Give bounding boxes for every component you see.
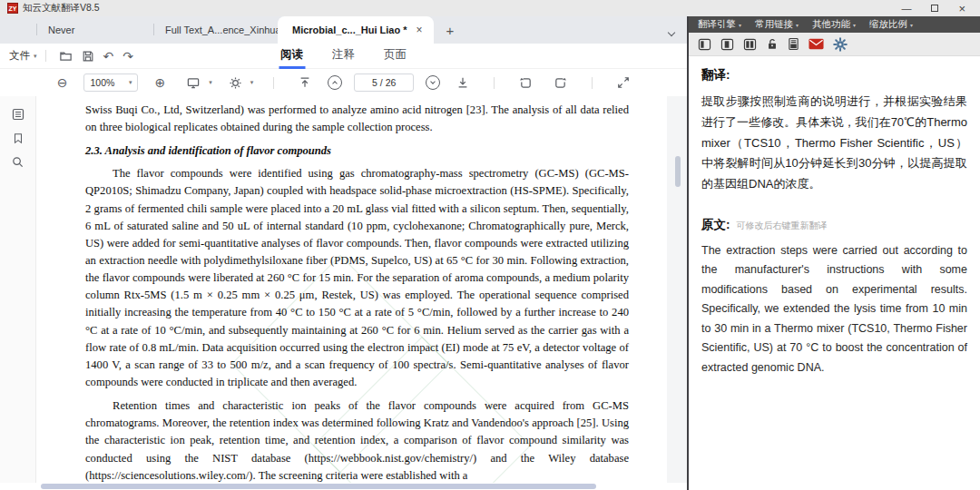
tab-microbial-active[interactable]: Microbial_c..._Hui Liao * × (278, 16, 434, 44)
maximize-button[interactable] (931, 5, 938, 12)
caret-down-icon: ▾ (853, 22, 856, 28)
go-to-top-icon[interactable] (299, 76, 311, 89)
page-toolbar: ⊖ 100% ▾ ⊕ ▾ (0, 69, 687, 96)
search-icon[interactable] (11, 155, 24, 169)
original-header: 原文: 可修改后右键重新翻译 (701, 217, 967, 233)
translation-text[interactable]: 提取步骤按照制造商的说明进行，并根据实验结果进行了一些修改。具体来说，我们在70… (701, 92, 967, 195)
file-menu-label: 文件 (9, 49, 30, 63)
window-controls: — × (901, 3, 973, 15)
unlock-icon[interactable] (766, 37, 779, 51)
rotate-right-icon[interactable] (554, 76, 567, 90)
translation-label: 翻译: (701, 67, 967, 83)
display-mode-icon[interactable] (186, 76, 201, 90)
mail-icon[interactable] (808, 38, 824, 50)
redo-icon[interactable]: ↷ (122, 50, 133, 63)
menu-label: 翻译引擎 (698, 18, 736, 31)
new-tab-button[interactable]: + (434, 16, 467, 44)
main-toolbar: 文件 ▾ ↶ ↷ 阅读 注释 (0, 44, 687, 69)
page-number-input[interactable]: 5 / 26 (354, 74, 414, 92)
undo-icon[interactable]: ↶ (103, 50, 114, 63)
pdf-viewer-pane: Never Full Text_A...ence_Xinhua Microbia… (0, 16, 687, 490)
save-icon[interactable] (82, 50, 94, 63)
title-bar: ZY 知云文献翻译V8.5 — × (0, 0, 980, 16)
brightness-icon[interactable] (229, 76, 242, 90)
menu-common-links[interactable]: 常用链接 ▾ (755, 18, 799, 31)
bookmark-panel-icon[interactable] (12, 132, 24, 145)
page-layout-icon[interactable] (788, 37, 799, 51)
tab-read[interactable]: 阅读 (279, 44, 305, 69)
fullscreen-expand-icon[interactable] (617, 76, 630, 89)
document-paragraph: The flavor compounds were identified usi… (85, 165, 629, 391)
zoom-level-select[interactable]: 100% ▾ (83, 74, 138, 92)
original-text[interactable]: The extraction steps were carried out ac… (701, 241, 967, 378)
horizontal-scrollbar-thumb[interactable] (41, 484, 596, 489)
caret-down-icon: ▾ (796, 22, 799, 28)
tab-label: Microbial_c..._Hui Liao * (292, 24, 407, 35)
horizontal-scrollbar (0, 483, 687, 490)
menu-label: 缩放比例 (869, 18, 907, 31)
tab-fulltext[interactable]: Full Text_A...ence_Xinhua (154, 16, 278, 44)
view-mode-tabs: 阅读 注释 页面 (279, 44, 408, 69)
rotate-left-icon[interactable] (519, 76, 533, 90)
zoom-out-icon[interactable]: ⊖ (57, 76, 68, 89)
close-window-button[interactable]: × (958, 3, 965, 15)
tab-overflow-chevron-down-icon[interactable] (669, 21, 674, 39)
caret-down-icon: ▾ (209, 79, 212, 86)
document-section-heading: 2.3. Analysis and identification of flav… (85, 144, 629, 158)
minimize-button[interactable]: — (901, 4, 911, 14)
tab-close-icon[interactable]: × (416, 24, 423, 36)
app-logo-icon: ZY (7, 3, 18, 14)
document-sidebar (0, 96, 36, 483)
caret-down-icon: ▾ (129, 79, 132, 86)
thumbnails-panel-icon[interactable] (11, 107, 25, 122)
menu-label: 其他功能 (812, 18, 850, 31)
toolbar-divider (273, 77, 274, 89)
tab-bar: Never Full Text_A...ence_Xinhua Microbia… (0, 16, 687, 44)
open-folder-icon[interactable] (59, 49, 73, 63)
original-label: 原文: (701, 217, 730, 233)
layout-split-icon[interactable] (743, 38, 757, 51)
caret-down-icon: ▾ (739, 22, 741, 28)
toolbar-divider (592, 77, 593, 89)
document-paragraph: Retention times and characteristic ion p… (85, 397, 629, 483)
tab-label: Full Text_A...ence_Xinhua (165, 24, 281, 35)
file-menu-button[interactable]: 文件 ▾ (9, 49, 37, 63)
layout-left-icon[interactable] (698, 38, 711, 51)
page-scroll-region[interactable]: Swiss Buqi Co., Ltd, Switzerland) was pe… (36, 96, 687, 483)
translation-icon-row (689, 33, 980, 56)
page-indicator: 5 / 26 (372, 77, 396, 88)
pdf-page: Swiss Buqi Co., Ltd, Switzerland) was pe… (36, 96, 667, 483)
tab-page[interactable]: 页面 (382, 44, 408, 69)
tab-never[interactable]: Never (37, 16, 153, 44)
toolbar-divider (494, 77, 495, 89)
tab-label: Never (48, 24, 74, 35)
vertical-scrollbar-thumb[interactable] (675, 156, 681, 187)
caret-down-icon: ▾ (250, 79, 254, 86)
document-area: Swiss Buqi Co., Ltd, Switzerland) was pe… (0, 96, 687, 483)
translation-menu-bar: 翻译引擎 ▾ 常用链接 ▾ 其他功能 ▾ 缩放比例 ▾ (689, 16, 980, 33)
download-icon[interactable] (456, 76, 469, 89)
zoom-in-icon[interactable]: ⊕ (154, 76, 165, 89)
caret-down-icon: ▾ (34, 53, 37, 60)
next-page-icon[interactable] (426, 75, 440, 90)
menu-translation-engine[interactable]: 翻译引擎 ▾ (698, 18, 741, 31)
layout-middle-icon[interactable] (720, 38, 734, 51)
gear-settings-icon[interactable] (833, 37, 848, 52)
menu-other-functions[interactable]: 其他功能 ▾ (812, 18, 856, 31)
app-window: ZY 知云文献翻译V8.5 — × Never Full Text_A...en… (0, 0, 980, 490)
window-title: 知云文献翻译V8.5 (23, 2, 100, 15)
menu-zoom-ratio[interactable]: 缩放比例 ▾ (869, 18, 913, 31)
document-paragraph: Swiss Buqi Co., Ltd, Switzerland) was pe… (85, 102, 629, 136)
tab-annotate[interactable]: 注释 (330, 44, 357, 69)
translation-pane: 翻译引擎 ▾ 常用链接 ▾ 其他功能 ▾ 缩放比例 ▾ (687, 16, 980, 490)
tabbar-spacer (0, 16, 36, 44)
previous-page-icon[interactable] (328, 75, 342, 90)
original-hint: 可修改后右键重新翻译 (737, 220, 828, 232)
toolbar-divider (45, 50, 46, 62)
zoom-level-value: 100% (90, 77, 114, 88)
caret-down-icon: ▾ (910, 22, 913, 28)
menu-label: 常用链接 (755, 18, 793, 31)
translation-content: 翻译: 提取步骤按照制造商的说明进行，并根据实验结果进行了一些修改。具体来说，我… (689, 56, 980, 490)
